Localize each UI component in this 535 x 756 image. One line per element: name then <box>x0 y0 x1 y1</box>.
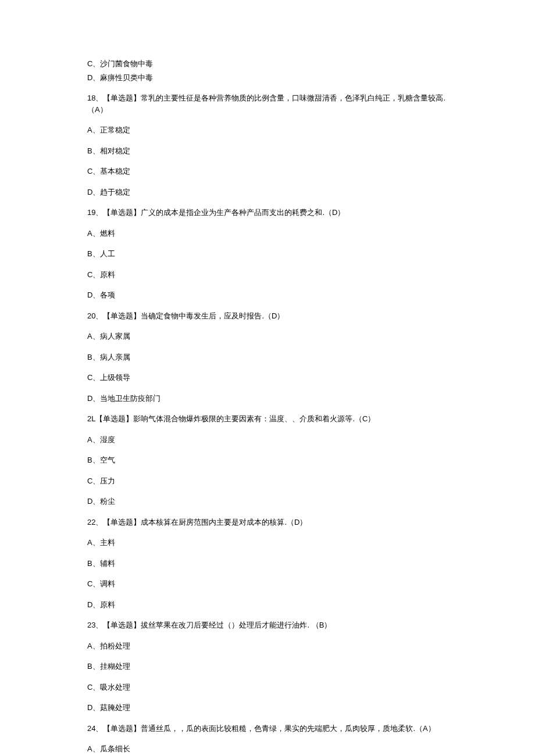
q19-option-c: C、原料 <box>87 269 448 281</box>
q23-option-a: A、拍粉处理 <box>87 640 448 652</box>
q21-option-d: D、粉尘 <box>87 496 448 507</box>
q19-option-a: A、燃料 <box>87 228 448 239</box>
q23-text: 23、【单选题】拔丝苹果在改刀后要经过（）处理后才能进行油炸. （B） <box>87 619 448 631</box>
q24-option-a: A、瓜条细长 <box>87 743 448 755</box>
q23-option-b: B、挂糊处理 <box>87 661 448 672</box>
q19-option-b: B、人工 <box>87 248 448 260</box>
q17-option-d: D、麻痹性贝类中毒 <box>87 72 448 84</box>
q22-option-b: B、辅料 <box>87 558 448 569</box>
q18-option-d: D、趋于稳定 <box>87 187 448 198</box>
q23-option-d: D、菇腌处理 <box>87 702 448 714</box>
q18-option-b: B、相对稳定 <box>87 145 448 157</box>
q18-text: 18、【单选题】常乳的主要性征是各种营养物质的比例含量，口味微甜清香，色泽乳白纯… <box>87 92 448 115</box>
q20-option-b: B、病人亲属 <box>87 352 448 363</box>
q21-option-c: C、压力 <box>87 475 448 487</box>
q21-option-a: A、湿度 <box>87 434 448 446</box>
q18-option-a: A、正常稳定 <box>87 124 448 136</box>
q18-option-c: C、基本稳定 <box>87 166 448 177</box>
q19-text: 19、【单选题】广义的成本是指企业为生产各种产品而支出的耗费之和.（D） <box>87 207 448 218</box>
q20-text: 20、【单选题】当确定食物中毒发生后，应及时报告.（D） <box>87 310 448 322</box>
q21-text: 2L【单选题】影响气体混合物爆炸极限的主要因素有：温度、、介质和着火源等.（C） <box>87 413 448 425</box>
q20-option-a: A、病人家属 <box>87 331 448 342</box>
q24-text: 24、【单选题】普通丝瓜，，瓜的表面比较粗糙，色青绿，果实的先端肥大，瓜肉较厚，… <box>87 723 448 734</box>
q22-option-d: D、原料 <box>87 599 448 611</box>
q22-text: 22、【单选题】成本核算在厨房范围内主要是对成本的核算.（D） <box>87 517 448 528</box>
q21-option-b: B、空气 <box>87 454 448 466</box>
q20-option-c: C、上级领导 <box>87 372 448 384</box>
q22-option-a: A、主料 <box>87 537 448 549</box>
q20-option-d: D、当地卫生防疫部门 <box>87 393 448 404</box>
q23-option-c: C、吸水处理 <box>87 682 448 693</box>
q17-option-c: C、沙门菌食物中毒 <box>87 58 448 70</box>
q22-option-c: C、调料 <box>87 578 448 590</box>
q19-option-d: D、各项 <box>87 289 448 301</box>
